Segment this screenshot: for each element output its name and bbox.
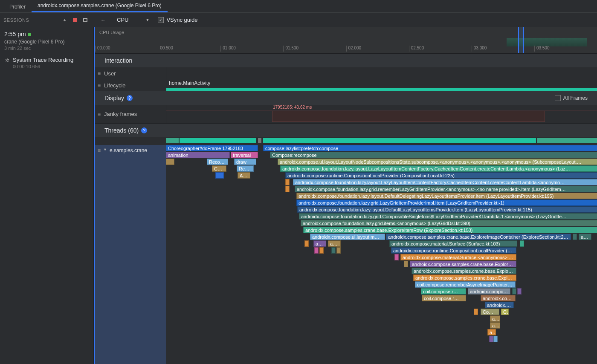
trace-recording-item[interactable]: ✲ System Trace Recording 00:00:10.656 [4,57,89,69]
flame-frame[interactable]: androidx.compose.runtime.CompositionLoca… [391,247,516,254]
flame-frame[interactable] [336,247,341,254]
thread-state-bar[interactable] [258,138,261,143]
flame-frame[interactable] [394,254,399,260]
flame-frame[interactable]: an… [579,234,591,240]
janky-frame-marker[interactable]: 17952185: 40.62 ms [273,105,312,110]
flame-frame[interactable]: coil.compose.rememberAsyncImagePainter (… [415,281,516,288]
flame-frame[interactable] [331,247,336,254]
thread-state-bar[interactable] [263,138,536,143]
thread-state-bar[interactable] [166,138,179,143]
flame-frame[interactable]: Rec… [237,165,254,172]
flame-frame[interactable] [314,247,319,254]
lifecycle-bar[interactable] [166,88,597,91]
flame-frame[interactable] [215,172,224,179]
flame-frame[interactable]: androidx.compose.material.Surface (Surfa… [389,240,517,247]
menu-icon[interactable]: ≡ [98,82,101,88]
flame-frame[interactable] [573,234,577,240]
menu-icon[interactable]: ≡ [98,70,101,76]
collapse-icon[interactable]: ▼ [103,147,107,152]
flame-frame[interactable]: androidx.compose.samples.crane.base.Expl… [412,268,516,274]
flame-frame[interactable]: androidx.compose.material.Surface.<anony… [400,254,516,260]
flame-frame[interactable]: androidx.compose.samples.crane.base.Expl… [303,227,597,233]
flame-frame[interactable] [517,288,522,295]
flame-frame[interactable]: androidx.com… [485,302,514,308]
flame-frame[interactable] [520,240,524,247]
tab-profiler[interactable]: Profiler [3,1,32,12]
flame-frame[interactable]: androidx.compose.ui.layout.m… [310,234,385,240]
overview-label: CPU Usage [99,30,124,35]
flame-frame[interactable]: Co… [212,165,226,172]
flame-chart[interactable]: Choreographer#doFrame 17952183compose:la… [166,145,597,364]
flame-frame[interactable]: A… [238,172,250,179]
add-session-button[interactable]: + [61,16,69,24]
flame-frame[interactable] [166,159,174,165]
flame-frame[interactable]: androidx.compose.foundation.lazy.layout.… [296,193,597,199]
flame-frame[interactable]: androidx.compose.samples.crane.base.Expl… [410,261,516,267]
flame-frame[interactable]: a… [487,329,496,335]
flame-frame[interactable]: androidx.compose.foundation.lazy.layout.… [280,165,597,172]
flame-frame[interactable]: Choreographer#doFrame 17952183 [166,145,258,151]
flame-frame[interactable]: coil.compose.r… [421,288,466,295]
flame-frame[interactable] [319,247,324,254]
flame-frame[interactable]: androidx.compose.foundation.lazy.layout.… [297,206,597,213]
mode-dropdown[interactable]: CPU▼ [113,15,154,25]
flame-frame[interactable] [489,336,493,342]
menu-icon[interactable]: ≡ [98,147,101,153]
flame-frame[interactable]: androidx.compose.samples.crane.base.Expl… [386,234,571,240]
help-icon[interactable]: ? [127,95,133,101]
thread-state-bar[interactable] [180,138,256,143]
flame-frame[interactable]: andr… [313,240,326,247]
flame-frame[interactable]: androidx.compose.samples.crane.base.Expl… [413,274,516,281]
gear-icon: ✲ [5,58,9,69]
all-frames-checkbox[interactable]: All Frames [555,95,588,101]
janky-frame-box[interactable] [272,111,545,122]
menu-icon[interactable]: ≡ [98,111,101,117]
flame-frame[interactable]: androidx.compose.foundation.lazy.layout.… [293,179,597,185]
flame-frame[interactable]: androidx.compose.foundation.lazy.grid.re… [295,186,597,192]
section-interaction[interactable]: Interaction [95,54,597,67]
flame-frame[interactable]: androidx.compose.ui.layout.LayoutNodeSub… [278,159,597,165]
flame-frame[interactable]: C… [501,309,509,315]
section-threads[interactable]: Threads (60)? [95,124,597,137]
flame-frame[interactable]: androidx.compose.runtime.CompositionLoca… [285,172,597,179]
flame-frame[interactable] [493,336,498,342]
flame-frame[interactable] [304,240,309,247]
sessions-label: SESSIONS [3,17,29,23]
thread-state-bar[interactable] [537,138,597,143]
record-button[interactable] [71,16,79,24]
stop-button[interactable] [81,16,90,24]
help-icon[interactable]: ? [141,127,147,133]
flame-frame[interactable] [285,179,290,185]
profiler-content: CPU Usage 00.00000.50001.00001.50002.000… [94,27,597,364]
flame-frame[interactable]: andr… [328,240,341,247]
flame-frame[interactable]: Compose:recompose [270,152,597,158]
flame-frame[interactable]: Recom… [207,159,228,165]
flame-frame[interactable]: androidx.compose.foundation.lazy.grid.Co… [299,213,597,220]
tab-app[interactable]: androidx.compose.samples.crane (Google P… [32,0,168,12]
flame-frame[interactable]: an… [490,322,500,329]
flame-frame[interactable]: androidx.compose.foundation.lazy.grid.La… [296,199,597,206]
row-lifecycle: Lifecycle [104,82,126,89]
back-button[interactable]: ← [99,16,107,24]
flame-frame[interactable] [404,261,408,267]
flame-frame[interactable]: Com… [481,309,499,315]
flame-frame[interactable]: an… [490,315,500,322]
flame-frame[interactable] [285,186,290,192]
flame-frame[interactable]: coil.compose.r… [422,295,466,301]
section-display[interactable]: Display? All Frames [95,91,597,105]
flame-frame[interactable]: draw [234,159,256,165]
vsync-checkbox[interactable]: ✓ VSync guide [158,17,197,23]
thread-row-header[interactable]: ≡ ▼ e.samples.crane [95,145,166,364]
flame-frame[interactable]: traversal [231,152,258,158]
flame-frame[interactable]: compose:lazylist:prefetch:compose [263,145,597,151]
flame-frame[interactable]: androidx.compose.u… [468,288,510,295]
session-item[interactable]: 2:55 pm crane (Google Pixel 6 Pro) 3 min… [4,31,89,51]
flame-frame[interactable]: androidx.compo… [481,295,516,301]
flame-frame[interactable] [474,309,478,315]
cpu-overview[interactable]: CPU Usage 00.00000.50001.00001.50002.000… [95,27,597,54]
live-indicator-icon [28,33,31,36]
flame-frame[interactable]: androidx.compose.foundation.lazy.grid.it… [301,220,597,226]
toolbar: SESSIONS + ← CPU▼ ✓ VSync guide [0,13,597,27]
flame-frame[interactable] [512,288,516,295]
flame-frame[interactable]: animation [166,152,230,158]
